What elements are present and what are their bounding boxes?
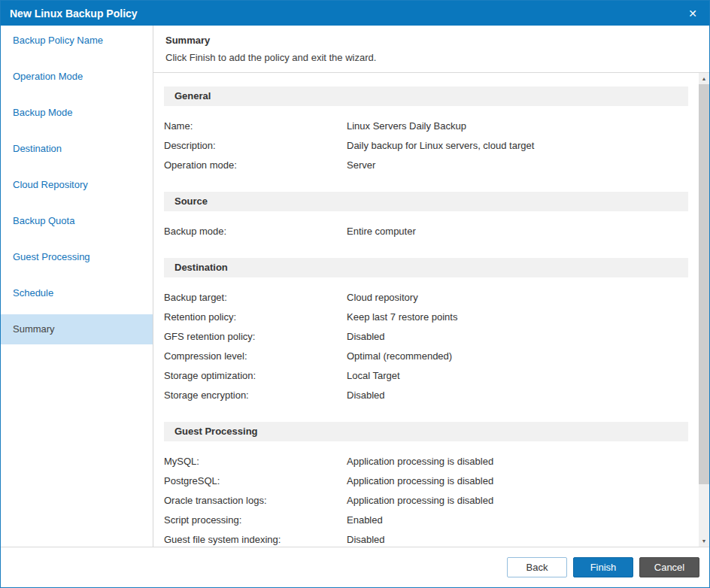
sidebar-item-summary[interactable]: Summary bbox=[1, 314, 153, 344]
summary-row: Retention policy: Keep last 7 restore po… bbox=[164, 308, 688, 327]
vertical-scrollbar[interactable]: ▲ ▼ bbox=[699, 73, 709, 547]
sidebar-item-guest-processing[interactable]: Guest Processing bbox=[1, 242, 153, 272]
summary-row: GFS retention policy: Disabled bbox=[164, 327, 688, 347]
summary-row: Script processing: Enabled bbox=[164, 511, 688, 530]
summary-row: Backup target: Cloud repository bbox=[164, 288, 688, 308]
summary-row-value: Disabled bbox=[347, 327, 688, 347]
summary-row-label: GFS retention policy: bbox=[164, 327, 347, 347]
scroll-down-button[interactable]: ▼ bbox=[699, 535, 709, 547]
summary-row: Description: Daily backup for Linux serv… bbox=[164, 136, 688, 156]
section-header: General bbox=[164, 86, 688, 106]
scroll-down-icon: ▼ bbox=[702, 538, 707, 544]
close-button[interactable]: ✕ bbox=[682, 4, 703, 23]
summary-row-value: Application processing is disabled bbox=[347, 471, 688, 491]
summary-row-label: Backup target: bbox=[164, 288, 347, 308]
sidebar-item-schedule[interactable]: Schedule bbox=[1, 278, 153, 308]
footer-bar: Back Finish Cancel bbox=[1, 547, 709, 587]
summary-row-label: Oracle transaction logs: bbox=[164, 491, 347, 511]
summary-row-label: Retention policy: bbox=[164, 308, 347, 327]
window-title: New Linux Backup Policy bbox=[10, 8, 682, 20]
scrollbar-thumb[interactable] bbox=[699, 84, 709, 484]
summary-row-label: Description: bbox=[164, 136, 347, 156]
titlebar: New Linux Backup Policy ✕ bbox=[1, 1, 709, 26]
section-destination: Destination Backup target: Cloud reposit… bbox=[164, 258, 688, 413]
section-rows: MySQL: Application processing is disable… bbox=[164, 441, 688, 547]
summary-row-value: Daily backup for Linux servers, cloud ta… bbox=[347, 136, 688, 156]
summary-row-label: Storage encryption: bbox=[164, 386, 347, 405]
section-rows: Backup target: Cloud repository Retentio… bbox=[164, 277, 688, 413]
summary-content: General Name: Linux Servers Daily Backup… bbox=[153, 73, 699, 547]
summary-row-label: Storage optimization: bbox=[164, 366, 347, 386]
wizard-window: New Linux Backup Policy ✕ Backup Policy … bbox=[0, 0, 710, 588]
summary-row-value: Optimal (recommended) bbox=[347, 347, 688, 366]
summary-row-label: Operation mode: bbox=[164, 156, 347, 175]
section-guest-processing: Guest Processing MySQL: Application proc… bbox=[164, 422, 688, 547]
summary-row-value: Application processing is disabled bbox=[347, 491, 688, 511]
scroll-up-button[interactable]: ▲ bbox=[699, 73, 709, 84]
sidebar-item-backup-mode[interactable]: Backup Mode bbox=[1, 98, 153, 128]
sidebar-item-operation-mode[interactable]: Operation Mode bbox=[1, 62, 153, 92]
content-header: Summary Click Finish to add the policy a… bbox=[153, 26, 709, 73]
summary-row: PostgreSQL: Application processing is di… bbox=[164, 471, 688, 491]
summary-row: Guest file system indexing: Disabled bbox=[164, 530, 688, 547]
section-header: Source bbox=[164, 192, 688, 211]
close-icon: ✕ bbox=[688, 8, 697, 20]
summary-row-label: Name: bbox=[164, 117, 347, 136]
summary-row: Compression level: Optimal (recommended) bbox=[164, 347, 688, 366]
summary-row-label: Backup mode: bbox=[164, 222, 347, 241]
summary-row-label: MySQL: bbox=[164, 452, 347, 471]
summary-row: Storage optimization: Local Target bbox=[164, 366, 688, 386]
section-rows: Name: Linux Servers Daily Backup Descrip… bbox=[164, 106, 688, 183]
summary-row-value: Disabled bbox=[347, 530, 688, 547]
summary-row-label: Guest file system indexing: bbox=[164, 530, 347, 547]
summary-row-value: Server bbox=[347, 156, 688, 175]
summary-row: Operation mode: Server bbox=[164, 156, 688, 175]
summary-row: Oracle transaction logs: Application pro… bbox=[164, 491, 688, 511]
summary-row: Name: Linux Servers Daily Backup bbox=[164, 117, 688, 136]
summary-row: Backup mode: Entire computer bbox=[164, 222, 688, 241]
section-header: Destination bbox=[164, 258, 688, 277]
summary-row: MySQL: Application processing is disable… bbox=[164, 452, 688, 471]
scroll-up-icon: ▲ bbox=[702, 76, 707, 81]
summary-row-value: Disabled bbox=[347, 386, 688, 405]
summary-row: Storage encryption: Disabled bbox=[164, 386, 688, 405]
sidebar-item-destination[interactable]: Destination bbox=[1, 134, 153, 164]
summary-scroll-area: General Name: Linux Servers Daily Backup… bbox=[153, 73, 709, 547]
content-pane: Summary Click Finish to add the policy a… bbox=[153, 26, 709, 547]
section-general: General Name: Linux Servers Daily Backup… bbox=[164, 86, 688, 183]
wizard-steps-sidebar: Backup Policy Name Operation Mode Backup… bbox=[1, 26, 153, 547]
sidebar-item-backup-quota[interactable]: Backup Quota bbox=[1, 206, 153, 236]
summary-row-value: Entire computer bbox=[347, 222, 688, 241]
summary-row-value: Cloud repository bbox=[347, 288, 688, 308]
summary-row-value: Linux Servers Daily Backup bbox=[347, 117, 688, 136]
back-button[interactable]: Back bbox=[507, 557, 567, 577]
page-title: Summary bbox=[165, 35, 697, 46]
page-subtitle: Click Finish to add the policy and exit … bbox=[165, 52, 697, 63]
section-source: Source Backup mode: Entire computer bbox=[164, 192, 688, 249]
summary-row-label: PostgreSQL: bbox=[164, 471, 347, 491]
cancel-button[interactable]: Cancel bbox=[639, 557, 699, 577]
summary-row-value: Keep last 7 restore points bbox=[347, 308, 688, 327]
summary-row-value: Local Target bbox=[347, 366, 688, 386]
sidebar-item-cloud-repository[interactable]: Cloud Repository bbox=[1, 170, 153, 200]
summary-row-value: Application processing is disabled bbox=[347, 452, 688, 471]
summary-row-label: Script processing: bbox=[164, 511, 347, 530]
summary-row-label: Compression level: bbox=[164, 347, 347, 366]
sidebar-item-backup-policy-name[interactable]: Backup Policy Name bbox=[1, 26, 153, 56]
summary-row-value: Enabled bbox=[347, 511, 688, 530]
section-header: Guest Processing bbox=[164, 422, 688, 441]
main-area: Backup Policy Name Operation Mode Backup… bbox=[1, 26, 709, 547]
finish-button[interactable]: Finish bbox=[573, 557, 633, 577]
section-rows: Backup mode: Entire computer bbox=[164, 211, 688, 249]
